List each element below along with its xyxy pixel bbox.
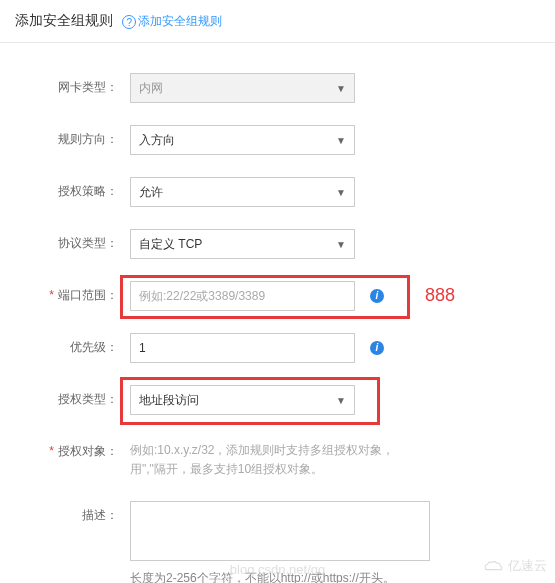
label-port-range: 端口范围： — [20, 281, 130, 304]
label-auth-type: 授权类型： — [20, 385, 130, 408]
chevron-down-icon: ▼ — [336, 239, 346, 250]
label-description: 描述： — [20, 501, 130, 524]
help-icon: ? — [122, 15, 136, 29]
row-auth-policy: 授权策略： 允许 ▼ — [20, 177, 535, 207]
row-auth-object: 授权对象： 例如:10.x.y.z/32，添加规则时支持多组授权对象，用","隔… — [20, 437, 535, 479]
select-direction[interactable]: 入方向 ▼ — [130, 125, 355, 155]
row-protocol: 协议类型： 自定义 TCP ▼ — [20, 229, 535, 259]
select-auth-policy[interactable]: 允许 ▼ — [130, 177, 355, 207]
select-protocol[interactable]: 自定义 TCP ▼ — [130, 229, 355, 259]
select-nic-type-value: 内网 — [139, 80, 163, 97]
row-nic-type: 网卡类型： 内网 ▼ — [20, 73, 535, 103]
label-direction: 规则方向： — [20, 125, 130, 148]
chevron-down-icon: ▼ — [336, 135, 346, 146]
brand-text: 亿速云 — [508, 557, 547, 575]
info-icon[interactable]: i — [370, 341, 384, 355]
info-icon[interactable]: i — [370, 289, 384, 303]
dialog-title: 添加安全组规则 — [15, 12, 113, 30]
label-auth-object: 授权对象： — [20, 437, 130, 460]
row-priority: 优先级： i — [20, 333, 535, 363]
auth-object-placeholder-text: 例如:10.x.y.z/32，添加规则时支持多组授权对象，用","隔开，最多支持… — [130, 437, 430, 479]
input-port-range[interactable] — [130, 281, 355, 311]
chevron-down-icon: ▼ — [336, 83, 346, 94]
label-priority: 优先级： — [20, 333, 130, 356]
dialog-subtitle-link[interactable]: ?添加安全组规则 — [122, 13, 222, 30]
input-priority[interactable] — [130, 333, 355, 363]
textarea-description[interactable] — [130, 501, 430, 561]
row-port-range: 端口范围： i 888 — [20, 281, 535, 311]
annotation-port-888: 888 — [425, 285, 455, 306]
label-nic-type: 网卡类型： — [20, 73, 130, 96]
subtitle-text: 添加安全组规则 — [138, 14, 222, 28]
select-protocol-value: 自定义 TCP — [139, 236, 202, 253]
label-auth-policy: 授权策略： — [20, 177, 130, 200]
chevron-down-icon: ▼ — [336, 187, 346, 198]
select-auth-type-value: 地址段访问 — [139, 392, 199, 409]
label-protocol: 协议类型： — [20, 229, 130, 252]
watermark-text: blog.csdn.net/qq — [230, 562, 325, 577]
form-body: 网卡类型： 内网 ▼ 规则方向： 入方向 ▼ 授权策略： 允许 ▼ 协议类型： — [0, 43, 555, 583]
select-auth-policy-value: 允许 — [139, 184, 163, 201]
brand-logo: 亿速云 — [482, 557, 547, 575]
dialog-header: 添加安全组规则 ?添加安全组规则 — [0, 0, 555, 43]
cloud-icon — [482, 559, 504, 573]
chevron-down-icon: ▼ — [336, 395, 346, 406]
row-auth-type: 授权类型： 地址段访问 ▼ — [20, 385, 535, 415]
select-nic-type: 内网 ▼ — [130, 73, 355, 103]
select-direction-value: 入方向 — [139, 132, 175, 149]
select-auth-type[interactable]: 地址段访问 ▼ — [130, 385, 355, 415]
row-direction: 规则方向： 入方向 ▼ — [20, 125, 535, 155]
